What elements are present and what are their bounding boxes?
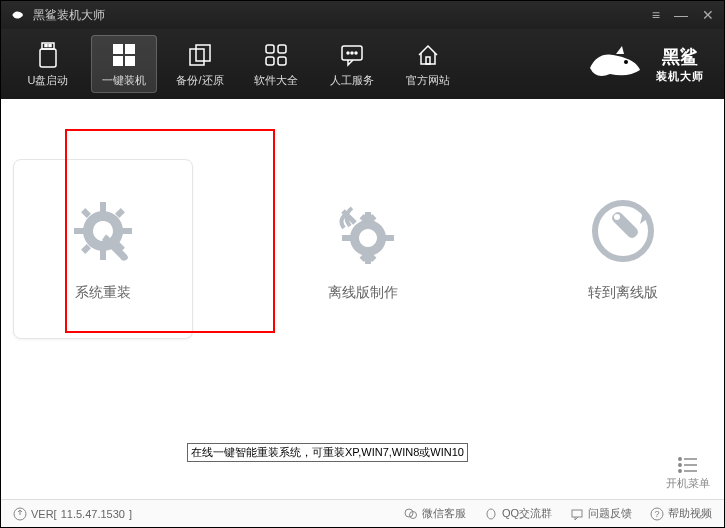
svg-rect-18: [426, 57, 430, 64]
option-label: 系统重装: [75, 284, 131, 302]
app-logo-icon: [11, 7, 27, 23]
menu-button[interactable]: ≡: [652, 8, 660, 22]
app-title: 黑鲨装机大师: [33, 7, 105, 24]
feedback-icon: [570, 507, 584, 521]
svg-point-17: [355, 52, 357, 54]
option-label: 转到离线版: [588, 284, 658, 302]
toolbar-website[interactable]: 官方网站: [395, 35, 461, 93]
toolbar-label: 人工服务: [330, 73, 374, 88]
statusbar: VER[11.5.47.1530] 微信客服 QQ交流群 问题反馈 ? 帮助视频: [1, 499, 724, 527]
main-content: 系统重装 离线版制作 转到离线版 在线一键智能重装系统，可重装XP,WIN7,W…: [1, 99, 724, 479]
toolbar-one-click-install[interactable]: 一键装机: [91, 35, 157, 93]
option-goto-offline[interactable]: 转到离线版: [533, 159, 713, 339]
status-wechat-support[interactable]: 微信客服: [404, 506, 466, 521]
qq-icon: [484, 507, 498, 521]
svg-point-15: [347, 52, 349, 54]
svg-rect-1: [40, 49, 56, 67]
svg-rect-23: [122, 228, 132, 234]
chat-icon: [339, 41, 365, 69]
option-system-reinstall[interactable]: 系统重装: [13, 159, 193, 339]
toolbar-label: U盘启动: [28, 73, 69, 88]
svg-point-41: [679, 464, 681, 466]
close-button[interactable]: ✕: [702, 8, 714, 22]
svg-point-39: [679, 458, 681, 460]
svg-point-28: [98, 226, 108, 236]
svg-point-46: [405, 509, 413, 517]
svg-rect-11: [278, 45, 286, 53]
svg-rect-31: [342, 235, 351, 241]
svg-rect-5: [125, 44, 135, 54]
svg-rect-6: [113, 56, 123, 66]
apps-icon: [263, 41, 289, 69]
shark-icon: [588, 44, 642, 84]
windows-icon: [111, 41, 137, 69]
status-help-video[interactable]: ? 帮助视频: [650, 506, 712, 521]
svg-rect-0: [42, 43, 54, 49]
svg-point-38: [614, 214, 620, 220]
svg-rect-21: [100, 250, 106, 260]
help-icon: ?: [650, 507, 664, 521]
usb-icon: [37, 41, 59, 69]
toolbar-backup-restore[interactable]: 备份/还原: [167, 35, 233, 93]
minimize-button[interactable]: —: [674, 8, 688, 22]
svg-rect-8: [190, 49, 204, 65]
svg-rect-12: [266, 57, 274, 65]
toolbar-label: 一键装机: [102, 73, 146, 88]
toolbar-label: 软件大全: [254, 73, 298, 88]
svg-rect-2: [45, 44, 47, 46]
logo-text-2: 装机大师: [656, 69, 704, 84]
copy-icon: [187, 41, 213, 69]
list-icon: [677, 456, 699, 474]
logo-text-1: 黑鲨: [662, 45, 698, 69]
toolbar: U盘启动 一键装机 备份/还原 软件大全 人工服务 官方网站: [1, 29, 724, 99]
toolbar-support[interactable]: 人工服务: [319, 35, 385, 93]
wechat-icon: [404, 507, 418, 521]
svg-text:?: ?: [654, 509, 659, 519]
svg-rect-3: [49, 44, 51, 46]
svg-rect-10: [266, 45, 274, 53]
status-feedback[interactable]: 问题反馈: [570, 506, 632, 521]
toolbar-software[interactable]: 软件大全: [243, 35, 309, 93]
boot-menu-button[interactable]: 开机菜单: [666, 456, 710, 491]
svg-rect-20: [100, 202, 106, 212]
option-offline-create[interactable]: 离线版制作: [273, 159, 453, 339]
svg-rect-7: [125, 56, 135, 66]
svg-point-43: [679, 470, 681, 472]
status-qq-group[interactable]: QQ交流群: [484, 506, 552, 521]
brand-logo: 黑鲨 装机大师: [588, 44, 710, 84]
tooltip: 在线一键智能重装系统，可重装XP,WIN7,WIN8或WIN10: [187, 443, 468, 462]
home-icon: [415, 41, 441, 69]
toolbar-usb-boot[interactable]: U盘启动: [15, 35, 81, 93]
boot-menu-label: 开机菜单: [666, 476, 710, 491]
version-info[interactable]: VER[11.5.47.1530]: [13, 507, 132, 521]
svg-rect-4: [113, 44, 123, 54]
option-label: 离线版制作: [328, 284, 398, 302]
refresh-wrench-icon: [588, 196, 658, 266]
svg-rect-13: [278, 57, 286, 65]
titlebar: 黑鲨装机大师 ≡ — ✕: [1, 1, 724, 29]
toolbar-label: 备份/还原: [176, 73, 223, 88]
svg-rect-32: [385, 235, 394, 241]
svg-point-19: [624, 60, 628, 64]
update-icon: [13, 507, 27, 521]
offline-gear-icon: [328, 196, 398, 266]
svg-rect-22: [74, 228, 84, 234]
toolbar-label: 官方网站: [406, 73, 450, 88]
svg-rect-49: [572, 510, 582, 517]
gear-wrench-icon: [68, 196, 138, 266]
svg-point-48: [487, 509, 495, 519]
svg-rect-9: [196, 45, 210, 61]
svg-point-16: [351, 52, 353, 54]
